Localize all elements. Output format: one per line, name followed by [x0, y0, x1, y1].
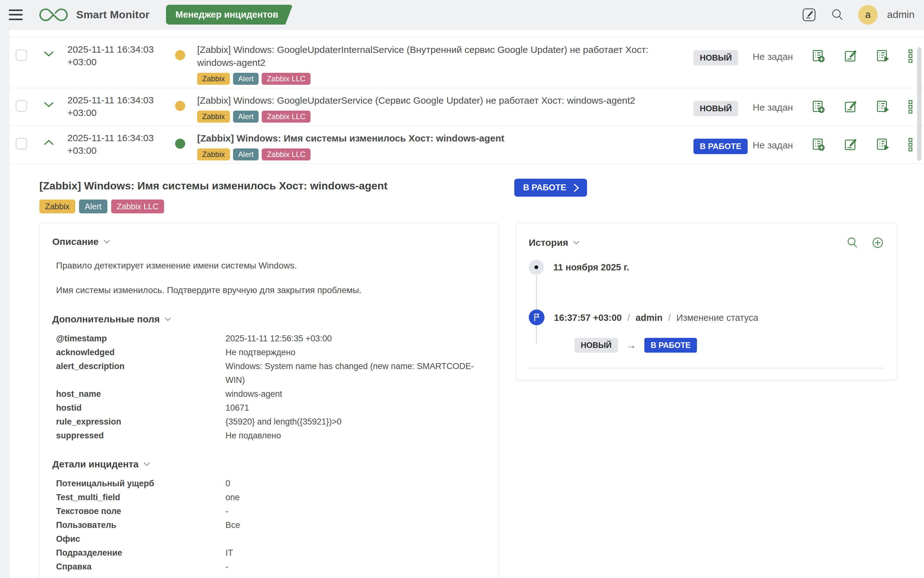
edit-icon[interactable] [843, 49, 858, 63]
user-name[interactable]: admin [887, 9, 914, 21]
section-history-toggle[interactable]: История [529, 237, 579, 248]
tag-alert: Alert [233, 110, 259, 123]
chevron-down-icon[interactable] [44, 101, 54, 109]
tag-zabbix-llc: Zabbix LLC [262, 73, 311, 85]
avatar[interactable]: a [858, 5, 878, 24]
section-title: История [529, 237, 568, 248]
history-search-icon[interactable] [846, 236, 859, 249]
status-badge: В РАБОТЕ [693, 139, 748, 154]
compose-icon[interactable] [801, 7, 817, 23]
table-row: 2025-11-11 16:34:03 +03:00 [Zabbix] Wind… [10, 88, 924, 126]
tag-zabbix-llc: Zabbix LLC [262, 110, 311, 123]
search-icon[interactable] [830, 8, 844, 22]
row-checkbox[interactable] [16, 100, 27, 112]
incident-list: 2025-11-11 16:34:03 +03:00 [Zabbix] Wind… [10, 37, 924, 164]
incident-manager-page: Smart Monitor Менеджер инцидентов a admi… [0, 0, 924, 578]
timeline-date: 11 ноября 2025 г. [553, 262, 629, 273]
section-additional-fields-toggle[interactable]: Дополнительные поля [52, 314, 485, 325]
chevron-up-icon[interactable] [44, 139, 54, 147]
description-paragraph: Имя системы изменилось. Подтвердите вруч… [52, 284, 485, 296]
incident-timestamp: 2025-11-11 16:34:03 +03:00 [67, 132, 172, 157]
incident-title[interactable]: [Zabbix] Windows: GoogleUpdaterService (… [197, 94, 667, 107]
assignee-label: Не задан [752, 140, 806, 151]
section-title: Описание [52, 236, 99, 247]
tag-alert: Alert [233, 148, 259, 161]
change-status-button[interactable]: В РАБОТЕ [514, 179, 587, 196]
description-card: Описание Правило детектирует изменение и… [39, 223, 498, 578]
description-paragraph: Правило детектирует изменение имени сист… [52, 260, 485, 272]
chevron-right-icon [573, 183, 579, 192]
incident-timestamp: 2025-11-11 16:34:03 +03:00 [67, 43, 172, 68]
row-checkbox[interactable] [16, 49, 27, 61]
severity-dot-icon [175, 139, 185, 149]
tag-alert: Alert [233, 73, 259, 85]
field-row: alert_description Windows: System name h… [52, 359, 485, 387]
table-row: 2025-11-11 16:34:03 +03:00 [Zabbix] Wind… [10, 37, 924, 88]
tag-zabbix: Zabbix [197, 148, 230, 161]
event-time: 16:37:57 +03:00 [554, 313, 622, 323]
kebab-menu-icon[interactable] [908, 49, 913, 63]
section-description-toggle[interactable]: Описание [52, 236, 485, 247]
severity-dot-icon [175, 50, 185, 60]
event-action: Изменение статуса [676, 313, 758, 323]
table-row-selected: 2025-11-11 16:34:03 +03:00 [Zabbix] Wind… [10, 126, 924, 164]
add-task-icon[interactable] [811, 137, 826, 152]
timeline-dot-icon [529, 260, 544, 275]
page-title: [Zabbix] Windows: Имя системы изменилось… [39, 180, 496, 192]
history-add-icon[interactable] [871, 236, 884, 249]
field-row: Пользователь Все [52, 518, 485, 532]
row-checkbox[interactable] [16, 138, 27, 149]
section-title: Детали инцидента [52, 459, 139, 469]
tag-zabbix: Zabbix [197, 73, 230, 85]
chevron-down-icon [144, 462, 150, 466]
left-rail [0, 30, 10, 578]
tag-zabbix-llc: Zabbix LLC [111, 200, 164, 213]
field-row: Подразделение IT [52, 546, 485, 560]
field-row: Test_multi_field one [52, 490, 485, 504]
field-row: host_name windows-agent [52, 387, 485, 401]
status-transition: НОВЫЙ → В РАБОТЕ [574, 338, 884, 353]
tag-zabbix-llc: Zabbix LLC [262, 148, 311, 161]
hamburger-menu-icon[interactable] [9, 10, 23, 20]
kebab-menu-icon[interactable] [908, 137, 913, 152]
history-timeline: 11 ноября 2025 г. 16:37:57 +03:00 / admi… [529, 260, 884, 353]
status-button-label: В РАБОТЕ [523, 183, 566, 193]
add-task-icon[interactable] [811, 100, 826, 114]
module-badge: Менеджер инцидентов [166, 5, 293, 24]
field-row: Офис [52, 532, 485, 546]
timeline-date-group: 11 ноября 2025 г. [529, 260, 884, 275]
field-row: Справка - [52, 560, 485, 573]
edit-icon[interactable] [843, 100, 858, 114]
forward-icon[interactable] [875, 137, 890, 152]
field-row: Текстовое поле - [52, 504, 485, 518]
history-divider [529, 368, 884, 369]
add-task-icon[interactable] [811, 49, 826, 63]
status-to-badge: В РАБОТЕ [644, 338, 697, 353]
app-header: Smart Monitor Менеджер инцидентов a admi… [0, 0, 924, 29]
severity-dot-icon [175, 101, 185, 111]
incident-title[interactable]: [Zabbix] Windows: Имя системы изменилось… [197, 132, 667, 144]
field-row: acknowledged Не подтверждено [52, 346, 485, 359]
edit-icon[interactable] [843, 137, 858, 152]
tag-alert: Alert [79, 200, 107, 213]
section-title: Дополнительные поля [52, 314, 160, 325]
field-row: Потеницальный ущерб 0 [52, 477, 485, 490]
incident-title[interactable]: [Zabbix] Windows: GoogleUpdaterInternalS… [197, 43, 667, 69]
status-badge: НОВЫЙ [693, 50, 738, 65]
assignee-label: Не задан [752, 51, 806, 62]
status-from-badge: НОВЫЙ [574, 338, 618, 353]
incident-timestamp: 2025-11-11 16:34:03 +03:00 [67, 94, 172, 119]
flag-icon [529, 310, 545, 325]
field-row: rule_expression {35920} and length({3592… [52, 415, 485, 429]
chevron-down-icon [165, 317, 171, 321]
field-row: @timestamp 2025-11-11 12:56:35 +03:00 [52, 331, 485, 346]
chevron-down-icon[interactable] [44, 51, 54, 58]
forward-icon[interactable] [875, 100, 890, 114]
kebab-menu-icon[interactable] [908, 100, 913, 114]
scrollbar[interactable] [917, 47, 921, 161]
forward-icon[interactable] [875, 49, 890, 63]
field-row: suppressed Не подавлено [52, 429, 485, 442]
status-badge: НОВЫЙ [693, 101, 738, 116]
field-row: Доп информация За уточнением перейдите п… [52, 576, 485, 578]
section-incident-details-toggle[interactable]: Детали инцидента [52, 459, 485, 469]
